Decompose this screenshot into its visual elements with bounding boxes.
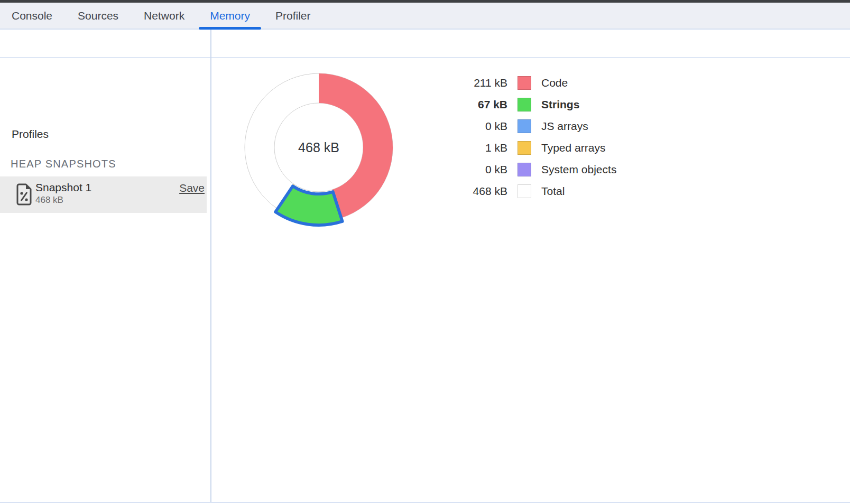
profiles-sidebar: Profiles HEAP SNAPSHOTS Snapshot 1 468 k… (0, 58, 210, 502)
legend-row-code: 211 kB Code (454, 72, 616, 94)
donut-total-label: 468 kB (234, 140, 403, 155)
donut-slice-strings[interactable] (275, 186, 343, 225)
legend-color-swatch-js-arrays (518, 119, 531, 133)
legend-value: 67 kB (454, 98, 507, 111)
snapshot-size: 468 kB (35, 195, 63, 206)
tab-memory-label: Memory (210, 10, 250, 22)
legend-value: 468 kB (454, 185, 507, 198)
profiles-heading: Profiles (12, 128, 49, 141)
legend-value: 211 kB (454, 77, 507, 89)
legend-color-swatch-total (518, 184, 531, 198)
panel-tab-bar: Console Sources Network Memory Profiler (0, 3, 850, 30)
legend-label: JS arrays (541, 120, 588, 133)
tab-console[interactable]: Console (1, 3, 63, 29)
legend-value: 0 kB (454, 120, 507, 133)
legend-label: System objects (541, 163, 616, 176)
heap-snapshot-file-icon (16, 183, 32, 206)
chart-legend: 211 kB Code 67 kB Strings 0 kB JS arrays… (454, 72, 616, 202)
legend-row-js-arrays: 0 kB JS arrays (454, 115, 616, 137)
legend-color-swatch-typed-arrays (518, 141, 531, 155)
legend-label: Code (541, 77, 568, 89)
legend-row-system-objects: 0 kB System objects (454, 158, 616, 180)
legend-color-swatch-strings (518, 98, 531, 111)
memory-toolbar: Statistics (0, 30, 850, 58)
legend-value: 1 kB (454, 142, 507, 154)
legend-row-total: 468 kB Total (454, 180, 616, 202)
snapshot-title: Snapshot 1 (35, 181, 91, 194)
legend-color-swatch-code (518, 76, 531, 90)
legend-row-strings: 67 kB Strings (454, 94, 616, 115)
legend-row-typed-arrays: 1 kB Typed arrays (454, 137, 616, 158)
snapshot-list-item[interactable]: Snapshot 1 468 kB Save (0, 176, 207, 213)
tab-sources[interactable]: Sources (67, 3, 130, 29)
save-snapshot-link[interactable]: Save (179, 182, 205, 194)
tab-memory[interactable]: Memory (199, 3, 261, 29)
legend-value: 0 kB (454, 163, 507, 176)
heap-snapshots-section-heading: HEAP SNAPSHOTS (11, 158, 116, 170)
tab-network[interactable]: Network (133, 3, 196, 29)
legend-label: Strings (541, 98, 579, 111)
bottom-border (0, 502, 850, 503)
legend-color-swatch-system-objects (518, 163, 531, 176)
legend-label: Total (541, 185, 565, 198)
devtools-memory-panel: Console Sources Network Memory Profiler … (0, 0, 850, 504)
legend-label: Typed arrays (541, 142, 605, 154)
tab-profiler[interactable]: Profiler (264, 3, 322, 29)
